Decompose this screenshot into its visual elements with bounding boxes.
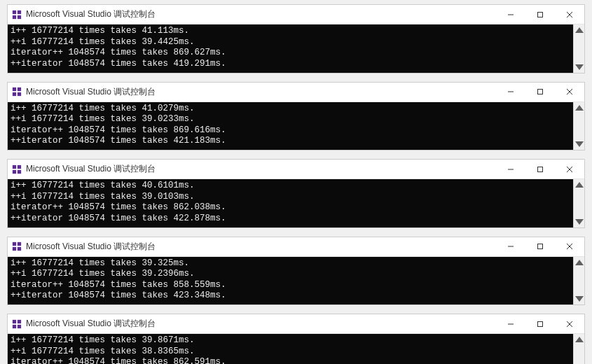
svg-marker-38 — [575, 260, 584, 265]
scroll-up-icon[interactable] — [574, 179, 585, 190]
close-button[interactable] — [555, 314, 584, 333]
svg-marker-28 — [575, 182, 584, 188]
titlebar[interactable]: Microsoft Visual Studio 调试控制台 — [8, 160, 584, 179]
console-lines: i++ 16777214 times takes 41.113ms.++i 16… — [11, 26, 581, 70]
svg-marker-48 — [575, 337, 584, 342]
console-line: ++iterator 1048574 times takes 423.348ms… — [11, 290, 581, 302]
console-body[interactable]: i++ 16777214 times takes 41.113ms.++i 16… — [8, 24, 584, 73]
svg-marker-19 — [575, 141, 584, 147]
scrollbar[interactable] — [573, 257, 584, 305]
svg-rect-20 — [13, 164, 16, 168]
svg-rect-25 — [538, 167, 543, 172]
scroll-down-icon[interactable] — [574, 216, 585, 227]
scroll-up-icon[interactable] — [574, 257, 585, 268]
scrollbar[interactable] — [573, 334, 584, 364]
console-line: iterator++ 1048574 times takes 869.627ms… — [11, 48, 581, 59]
minimize-button[interactable] — [496, 83, 525, 102]
svg-rect-45 — [538, 321, 543, 326]
svg-rect-0 — [13, 10, 16, 13]
titlebar[interactable]: Microsoft Visual Studio 调试控制台 — [8, 237, 584, 257]
console-lines: i++ 16777214 times takes 39.8671ms.++i 1… — [11, 335, 581, 364]
window-title: Microsoft Visual Studio 调试控制台 — [26, 8, 156, 20]
svg-rect-12 — [13, 92, 16, 96]
vs-icon — [12, 87, 22, 97]
window-controls — [496, 5, 584, 24]
console-lines: i++ 16777214 times takes 39.325ms.++i 16… — [11, 258, 581, 302]
svg-rect-40 — [13, 319, 16, 323]
console-line: iterator++ 1048574 times takes 862.038ms… — [11, 202, 581, 214]
console-body[interactable]: i++ 16777214 times takes 39.8671ms.++i 1… — [8, 334, 584, 364]
close-button[interactable] — [555, 237, 584, 256]
minimize-button[interactable] — [496, 237, 525, 256]
console-body[interactable]: i++ 16777214 times takes 39.325ms.++i 16… — [8, 257, 584, 305]
console-line: ++iterator 1048574 times takes 421.183ms… — [11, 136, 581, 147]
svg-rect-5 — [538, 12, 543, 17]
svg-rect-35 — [538, 244, 543, 249]
window-title: Microsoft Visual Studio 调试控制台 — [26, 163, 156, 175]
svg-rect-13 — [18, 92, 21, 96]
maximize-button[interactable] — [525, 237, 555, 256]
svg-rect-1 — [18, 10, 21, 13]
scroll-down-icon[interactable] — [574, 139, 585, 150]
vs-icon — [12, 241, 22, 251]
console-line: i++ 16777214 times takes 39.325ms. — [11, 258, 581, 270]
console-line: iterator++ 1048574 times takes 858.559ms… — [11, 280, 581, 291]
scroll-up-icon[interactable] — [574, 24, 585, 36]
window-title: Microsoft Visual Studio 调试控制台 — [26, 241, 156, 253]
scrollbar[interactable] — [573, 102, 584, 150]
console-window: Microsoft Visual Studio 调试控制台 i++ 167772… — [7, 4, 585, 74]
console-line: iterator++ 1048574 times takes 869.616ms… — [11, 125, 581, 136]
console-line: i++ 16777214 times takes 41.113ms. — [11, 26, 581, 37]
vs-icon — [12, 10, 22, 20]
maximize-button[interactable] — [525, 314, 555, 333]
console-window: Microsoft Visual Studio 调试控制台 i++ 167772… — [7, 159, 585, 228]
scroll-down-icon[interactable] — [574, 293, 585, 304]
svg-rect-15 — [538, 90, 543, 94]
svg-rect-42 — [13, 324, 16, 328]
svg-marker-8 — [575, 27, 584, 33]
svg-rect-10 — [13, 88, 16, 91]
console-window: Microsoft Visual Studio 调试控制台 i++ 167772… — [7, 237, 585, 306]
titlebar[interactable]: Microsoft Visual Studio 调试控制台 — [8, 5, 584, 24]
console-line: ++i 16777214 times takes 39.0233ms. — [11, 114, 581, 125]
title-left: Microsoft Visual Studio 调试控制台 — [12, 86, 156, 98]
svg-rect-30 — [13, 242, 16, 246]
svg-rect-43 — [18, 324, 21, 328]
title-left: Microsoft Visual Studio 调试控制台 — [12, 8, 156, 20]
maximize-button[interactable] — [525, 5, 555, 24]
close-button[interactable] — [555, 83, 584, 102]
window-controls — [496, 314, 584, 333]
console-line: i++ 16777214 times takes 41.0279ms. — [11, 104, 581, 115]
console-line: ++i 16777214 times takes 38.8365ms. — [11, 346, 581, 358]
minimize-button[interactable] — [496, 314, 525, 333]
title-left: Microsoft Visual Studio 调试控制台 — [12, 163, 156, 175]
svg-rect-11 — [18, 88, 21, 91]
titlebar[interactable]: Microsoft Visual Studio 调试控制台 — [8, 314, 584, 334]
console-body[interactable]: i++ 16777214 times takes 41.0279ms.++i 1… — [8, 102, 584, 150]
vs-icon — [12, 164, 22, 174]
console-body[interactable]: i++ 16777214 times takes 40.6101ms.++i 1… — [8, 179, 584, 227]
scrollbar[interactable] — [573, 179, 584, 227]
console-window: Microsoft Visual Studio 调试控制台 i++ 167772… — [7, 314, 585, 364]
console-line: i++ 16777214 times takes 40.6101ms. — [11, 181, 581, 192]
svg-rect-31 — [18, 242, 21, 246]
minimize-button[interactable] — [496, 5, 525, 24]
console-line: ++i 16777214 times takes 39.0103ms. — [11, 192, 581, 203]
minimize-button[interactable] — [496, 160, 525, 178]
maximize-button[interactable] — [525, 83, 555, 102]
vs-icon — [12, 319, 22, 329]
scroll-down-icon[interactable] — [574, 62, 585, 73]
svg-rect-23 — [18, 169, 21, 173]
scroll-up-icon[interactable] — [574, 102, 585, 113]
close-button[interactable] — [555, 5, 584, 24]
console-line: ++i 16777214 times takes 39.2396ms. — [11, 269, 581, 280]
maximize-button[interactable] — [525, 160, 555, 178]
svg-marker-9 — [575, 64, 584, 70]
svg-marker-39 — [575, 296, 584, 302]
svg-rect-21 — [18, 164, 21, 168]
titlebar[interactable]: Microsoft Visual Studio 调试控制台 — [8, 83, 584, 102]
close-button[interactable] — [555, 160, 584, 178]
scroll-up-icon[interactable] — [574, 334, 585, 345]
scrollbar[interactable] — [573, 24, 584, 73]
svg-rect-2 — [13, 15, 16, 18]
